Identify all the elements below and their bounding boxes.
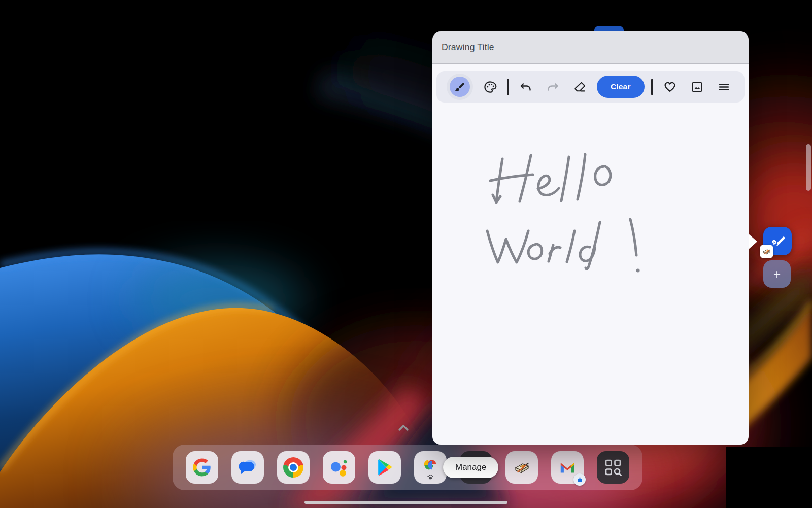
redo-icon — [546, 80, 560, 94]
manage-button[interactable]: Manage — [443, 457, 498, 478]
taskbar-dock: Manage — [173, 445, 642, 490]
palette-icon — [483, 80, 497, 94]
toolbar-divider — [507, 79, 509, 95]
drawing-toolbar: Clear — [436, 71, 745, 103]
window-title-bar[interactable]: Drawing Title — [432, 31, 749, 64]
dock-item-app-search[interactable] — [597, 451, 629, 484]
brush-icon — [450, 77, 470, 97]
bubble-pointer-arrow — [748, 233, 757, 250]
heart-icon — [663, 80, 677, 94]
add-bubble-button[interactable]: + — [763, 260, 791, 288]
dock-item-notebook[interactable] — [505, 451, 538, 484]
dock-item-chrome[interactable] — [277, 451, 310, 484]
dock-item-photos[interactable] — [414, 451, 447, 484]
undo-icon — [519, 80, 532, 94]
notebook-bubble-button[interactable] — [763, 227, 792, 255]
chevron-up-icon — [396, 422, 411, 433]
window-title: Drawing Title — [442, 42, 494, 53]
palette-button[interactable] — [480, 76, 500, 98]
assistant-icon — [328, 457, 350, 478]
drawing-canvas[interactable]: Clear — [432, 64, 749, 445]
toolbar-divider — [651, 79, 653, 95]
dock-item-messages[interactable] — [231, 451, 264, 484]
menu-button[interactable] — [714, 76, 734, 98]
favorite-button[interactable] — [660, 76, 680, 98]
play-store-icon — [375, 458, 394, 477]
undo-button[interactable] — [516, 76, 536, 98]
messages-icon — [238, 457, 258, 478]
dock-item-gmail[interactable] — [551, 451, 584, 484]
paw-icon — [427, 474, 434, 480]
drawing-app-window: Drawing Title — [432, 31, 749, 446]
photos-icon — [421, 455, 440, 473]
insert-image-button[interactable] — [687, 76, 707, 98]
clear-button[interactable]: Clear — [597, 76, 645, 98]
image-icon — [690, 80, 704, 94]
notebook-badge-icon — [760, 245, 773, 258]
work-briefcase-icon — [573, 473, 586, 486]
dock-expand-chevron[interactable] — [396, 422, 411, 433]
chrome-icon — [283, 457, 303, 478]
dock-item-assistant[interactable] — [323, 451, 355, 484]
redo-button[interactable] — [543, 76, 563, 98]
app-grid-search-icon — [603, 458, 623, 477]
google-logo-icon — [192, 458, 212, 477]
menu-icon — [717, 80, 731, 94]
brush-tool-button[interactable] — [447, 74, 473, 100]
dock-item-google[interactable] — [186, 451, 218, 484]
desktop: Manage Drawing Title — [0, 0, 812, 508]
notebook-icon — [512, 457, 532, 478]
dock-item-play-store[interactable] — [368, 451, 401, 484]
plus-icon: + — [773, 267, 781, 282]
home-indicator-bar[interactable] — [304, 501, 507, 504]
gmail-icon — [557, 459, 578, 476]
handwriting-strokes — [432, 64, 749, 445]
eraser-icon — [573, 80, 587, 94]
edge-scrollbar-thumb[interactable] — [806, 144, 811, 191]
eraser-button[interactable] — [570, 76, 590, 98]
